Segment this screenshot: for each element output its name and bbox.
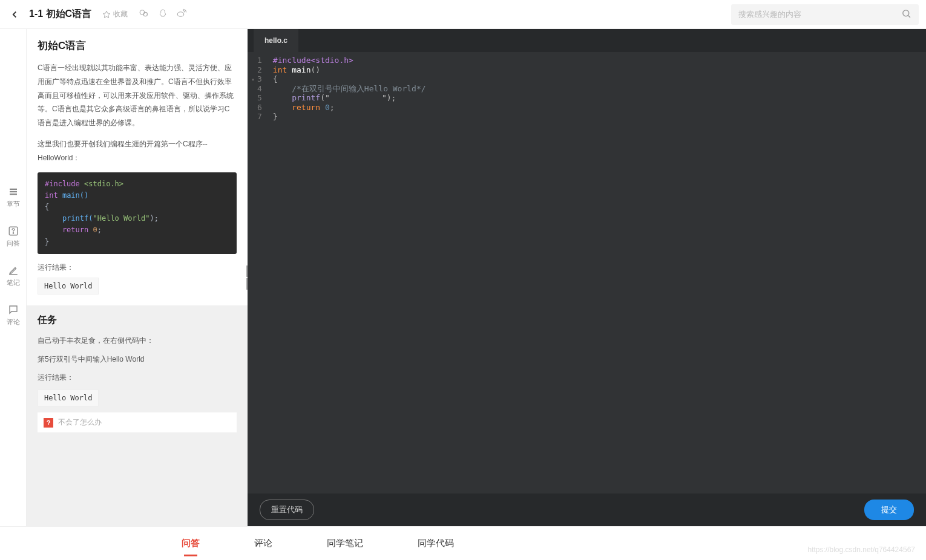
article-p2: 这里我们也要开创我们编程生涯的开篇第一个C程序--HelloWorld： [38,137,237,165]
reset-button[interactable]: 重置代码 [260,500,314,520]
watermark: https://blog.csdn.net/q764424567 [808,545,915,554]
editor-pane: hello.c 1 2 ▾3 4 5 6 7 #include<stdio.h>… [248,29,926,526]
nav-chapters[interactable]: 章节 [7,186,20,209]
run-result: Hello World [38,278,99,295]
svg-point-4 [903,10,909,16]
nav-comments[interactable]: 评论 [7,304,20,327]
search-input[interactable] [738,10,901,19]
left-nav: 章节 问答 笔记 评论 [0,29,27,526]
run-label: 运行结果： [38,262,237,273]
tab-classmate-notes[interactable]: 同学笔记 [327,538,363,549]
task-run-label: 运行结果： [38,371,237,385]
back-arrow[interactable] [7,7,22,22]
file-tab[interactable]: hello.c [254,29,298,52]
article-p1: C语言一经出现就以其功能丰富、表达能力强、灵活方便、应用面广等特点迅速在全世界普… [38,61,237,130]
svg-marker-0 [103,11,110,18]
favorite-button[interactable]: 收藏 [102,9,128,19]
tab-comments[interactable]: 评论 [254,538,272,549]
favorite-label: 收藏 [113,9,128,19]
help-box[interactable]: ? 不会了怎么办 [38,412,237,432]
task-panel: 任务 自己动手丰衣足食，在右侧代码中： 第5行双引号中间输入Hello Worl… [27,305,248,443]
code-lines[interactable]: #include<stdio.h> int main() { /*在双引号中间输… [268,52,426,493]
task-p2: 第5行双引号中间输入Hello World [38,353,237,366]
svg-point-9 [13,233,13,233]
svg-point-3 [177,12,184,17]
tab-classmate-code[interactable]: 同学代码 [418,538,454,549]
nav-comments-label: 评论 [7,317,20,327]
resize-handle-left[interactable] [245,265,249,290]
svg-rect-7 [10,194,17,195]
task-run-result: Hello World [38,389,99,406]
task-heading: 任务 [38,314,237,327]
main: 章节 问答 笔记 评论 初始C语言 C语言一经出现就以其功能丰富、表达能力强、灵… [0,29,926,526]
submit-button[interactable]: 提交 [864,500,914,520]
lesson-panel: 初始C语言 C语言一经出现就以其功能丰富、表达能力强、灵活方便、应用面广等特点迅… [27,29,248,526]
wechat-icon[interactable] [139,8,149,21]
weibo-icon[interactable] [176,8,187,21]
gutter: 1 2 ▾3 4 5 6 7 [248,52,268,493]
nav-notes-label: 笔记 [7,278,20,287]
bottom-tabs: 问答 评论 同学笔记 同学代码 https://blog.csdn.net/q7… [0,526,926,560]
example-code: #include <stdio.h> int main() { printf("… [38,172,237,254]
code-editor[interactable]: 1 2 ▾3 4 5 6 7 #include<stdio.h> int mai… [248,52,926,493]
nav-chapters-label: 章节 [7,200,20,209]
search-icon[interactable] [901,8,911,21]
comment-icon [8,304,19,315]
tab-qa[interactable]: 问答 [182,538,200,549]
pencil-icon [8,265,19,276]
article-heading: 初始C语言 [38,39,237,53]
question-icon [8,226,19,236]
help-label: 不会了怎么办 [58,417,102,428]
task-p1: 自己动手丰衣足食，在右侧代码中： [38,334,237,348]
nav-qa-label: 问答 [7,239,20,248]
svg-rect-5 [10,189,17,190]
svg-rect-6 [10,191,17,192]
star-icon [102,10,111,19]
qq-icon[interactable] [158,8,168,20]
article: 初始C语言 C语言一经出现就以其功能丰富、表达能力强、灵活方便、应用面广等特点迅… [27,29,248,305]
page-title: 1-1 初始C语言 [29,8,91,21]
editor-tabs: hello.c [248,29,926,52]
share-icons [139,8,187,21]
nav-notes[interactable]: 笔记 [7,265,20,287]
nav-qa[interactable]: 问答 [7,226,20,248]
editor-footer: 重置代码 提交 [248,493,926,526]
topbar: 1-1 初始C语言 收藏 [0,0,926,29]
search-box[interactable] [731,4,919,25]
chapters-icon [8,186,19,197]
help-icon: ? [44,418,53,428]
